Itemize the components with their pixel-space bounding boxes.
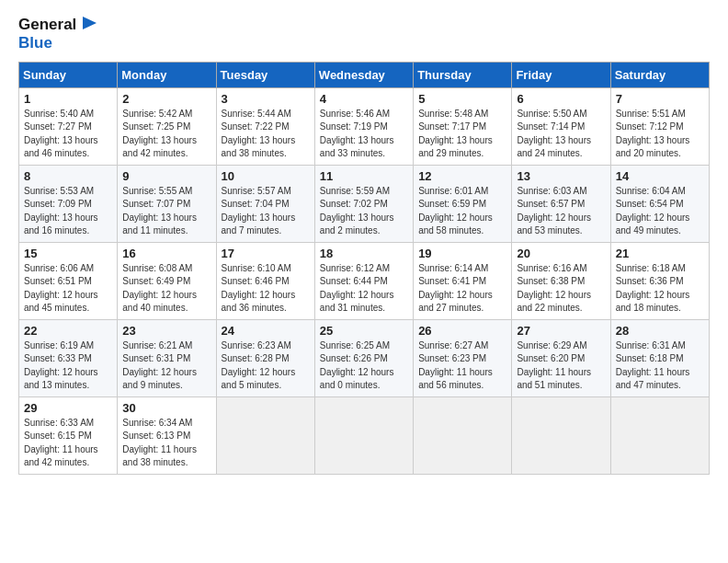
page: General Blue SundayMondayTuesdayWednesda… (0, 0, 728, 484)
day-info: Sunrise: 6:18 AMSunset: 6:36 PMDaylight:… (616, 262, 704, 316)
day-number: 30 (122, 401, 210, 415)
header-row: SundayMondayTuesdayWednesdayThursdayFrid… (19, 62, 710, 87)
day-info: Sunrise: 6:31 AMSunset: 6:18 PMDaylight:… (616, 339, 704, 393)
calendar-cell: 28Sunrise: 6:31 AMSunset: 6:18 PMDayligh… (610, 319, 709, 396)
calendar-cell: 4Sunrise: 5:46 AMSunset: 7:19 PMDaylight… (314, 87, 413, 165)
col-header-saturday: Saturday (610, 62, 709, 87)
logo: General Blue (18, 15, 98, 52)
day-info: Sunrise: 6:03 AMSunset: 6:57 PMDaylight:… (517, 185, 605, 238)
day-info: Sunrise: 6:33 AMSunset: 6:15 PMDaylight:… (24, 417, 112, 470)
col-header-tuesday: Tuesday (216, 62, 314, 87)
day-number: 1 (24, 92, 112, 106)
day-number: 10 (222, 169, 310, 183)
day-number: 19 (418, 247, 506, 260)
calendar-cell: 6Sunrise: 5:50 AMSunset: 7:14 PMDaylight… (512, 87, 610, 165)
calendar-cell: 1Sunrise: 5:40 AMSunset: 7:27 PMDaylight… (19, 87, 118, 165)
day-number: 4 (320, 92, 408, 106)
day-number: 13 (517, 169, 605, 183)
day-info: Sunrise: 5:53 AMSunset: 7:09 PMDaylight:… (24, 185, 112, 238)
day-info: Sunrise: 6:29 AMSunset: 6:20 PMDaylight:… (517, 339, 605, 393)
day-info: Sunrise: 6:14 AMSunset: 6:41 PMDaylight:… (418, 262, 506, 316)
calendar-cell: 17Sunrise: 6:10 AMSunset: 6:46 PMDayligh… (216, 242, 314, 319)
day-number: 27 (517, 324, 605, 338)
calendar-cell: 16Sunrise: 6:08 AMSunset: 6:49 PMDayligh… (118, 242, 216, 319)
calendar-cell: 11Sunrise: 5:59 AMSunset: 7:02 PMDayligh… (314, 165, 413, 242)
day-info: Sunrise: 6:21 AMSunset: 6:31 PMDaylight:… (122, 339, 210, 393)
calendar-cell: 18Sunrise: 6:12 AMSunset: 6:44 PMDayligh… (314, 242, 413, 319)
day-number: 3 (222, 92, 310, 106)
day-number: 24 (222, 324, 310, 338)
day-number: 15 (24, 247, 112, 260)
day-number: 5 (418, 92, 506, 106)
calendar-cell: 20Sunrise: 6:16 AMSunset: 6:38 PMDayligh… (512, 242, 610, 319)
day-number: 2 (122, 92, 210, 106)
calendar-cell: 7Sunrise: 5:51 AMSunset: 7:12 PMDaylight… (610, 87, 709, 165)
week-row-4: 22Sunrise: 6:19 AMSunset: 6:33 PMDayligh… (19, 319, 710, 396)
day-info: Sunrise: 5:59 AMSunset: 7:02 PMDaylight:… (320, 185, 408, 238)
day-number: 16 (122, 247, 210, 260)
day-info: Sunrise: 6:08 AMSunset: 6:49 PMDaylight:… (122, 262, 210, 316)
col-header-friday: Friday (512, 62, 610, 87)
col-header-wednesday: Wednesday (314, 62, 413, 87)
calendar-cell: 30Sunrise: 6:34 AMSunset: 6:13 PMDayligh… (118, 396, 216, 474)
day-number: 7 (616, 92, 704, 106)
day-number: 17 (222, 247, 310, 260)
col-header-thursday: Thursday (414, 62, 512, 87)
logo-general: General (18, 15, 98, 35)
calendar-cell: 21Sunrise: 6:18 AMSunset: 6:36 PMDayligh… (610, 242, 709, 319)
svg-marker-0 (83, 17, 97, 29)
week-row-3: 15Sunrise: 6:06 AMSunset: 6:51 PMDayligh… (19, 242, 710, 319)
calendar-cell: 12Sunrise: 6:01 AMSunset: 6:59 PMDayligh… (414, 165, 512, 242)
calendar-cell (610, 396, 709, 474)
day-info: Sunrise: 6:01 AMSunset: 6:59 PMDaylight:… (418, 185, 506, 238)
calendar-table: SundayMondayTuesdayWednesdayThursdayFrid… (18, 62, 710, 475)
day-info: Sunrise: 6:25 AMSunset: 6:26 PMDaylight:… (320, 339, 408, 393)
day-number: 9 (122, 169, 210, 183)
logo-flag-icon (78, 15, 98, 35)
day-info: Sunrise: 5:48 AMSunset: 7:17 PMDaylight:… (418, 108, 506, 161)
calendar-cell (414, 396, 512, 474)
calendar-cell: 13Sunrise: 6:03 AMSunset: 6:57 PMDayligh… (512, 165, 610, 242)
day-info: Sunrise: 6:16 AMSunset: 6:38 PMDaylight:… (517, 262, 605, 316)
day-number: 12 (418, 169, 506, 183)
calendar-cell (512, 396, 610, 474)
calendar-cell: 9Sunrise: 5:55 AMSunset: 7:07 PMDaylight… (118, 165, 216, 242)
calendar-cell: 25Sunrise: 6:25 AMSunset: 6:26 PMDayligh… (314, 319, 413, 396)
day-number: 21 (616, 247, 704, 260)
day-info: Sunrise: 6:06 AMSunset: 6:51 PMDaylight:… (24, 262, 112, 316)
day-info: Sunrise: 5:42 AMSunset: 7:25 PMDaylight:… (122, 108, 210, 161)
col-header-sunday: Sunday (19, 62, 118, 87)
day-info: Sunrise: 5:46 AMSunset: 7:19 PMDaylight:… (320, 108, 408, 161)
calendar-cell: 14Sunrise: 6:04 AMSunset: 6:54 PMDayligh… (610, 165, 709, 242)
calendar-cell: 29Sunrise: 6:33 AMSunset: 6:15 PMDayligh… (19, 396, 118, 474)
day-info: Sunrise: 6:23 AMSunset: 6:28 PMDaylight:… (222, 339, 310, 393)
calendar-cell: 24Sunrise: 6:23 AMSunset: 6:28 PMDayligh… (216, 319, 314, 396)
calendar-cell: 8Sunrise: 5:53 AMSunset: 7:09 PMDaylight… (19, 165, 118, 242)
day-info: Sunrise: 5:55 AMSunset: 7:07 PMDaylight:… (122, 185, 210, 238)
day-info: Sunrise: 6:27 AMSunset: 6:23 PMDaylight:… (418, 339, 506, 393)
calendar-cell: 23Sunrise: 6:21 AMSunset: 6:31 PMDayligh… (118, 319, 216, 396)
calendar-cell: 27Sunrise: 6:29 AMSunset: 6:20 PMDayligh… (512, 319, 610, 396)
day-number: 25 (320, 324, 408, 338)
day-info: Sunrise: 5:44 AMSunset: 7:22 PMDaylight:… (222, 108, 310, 161)
calendar-cell (314, 396, 413, 474)
calendar-cell (216, 396, 314, 474)
day-number: 26 (418, 324, 506, 338)
day-number: 11 (320, 169, 408, 183)
calendar-cell: 5Sunrise: 5:48 AMSunset: 7:17 PMDaylight… (414, 87, 512, 165)
day-number: 18 (320, 247, 408, 260)
day-info: Sunrise: 6:34 AMSunset: 6:13 PMDaylight:… (122, 417, 210, 470)
logo-container: General Blue (18, 15, 98, 52)
col-header-monday: Monday (118, 62, 216, 87)
day-info: Sunrise: 5:57 AMSunset: 7:04 PMDaylight:… (222, 185, 310, 238)
calendar-cell: 22Sunrise: 6:19 AMSunset: 6:33 PMDayligh… (19, 319, 118, 396)
day-info: Sunrise: 6:19 AMSunset: 6:33 PMDaylight:… (24, 339, 112, 393)
week-row-2: 8Sunrise: 5:53 AMSunset: 7:09 PMDaylight… (19, 165, 710, 242)
calendar-cell: 26Sunrise: 6:27 AMSunset: 6:23 PMDayligh… (414, 319, 512, 396)
week-row-5: 29Sunrise: 6:33 AMSunset: 6:15 PMDayligh… (19, 396, 710, 474)
day-number: 22 (24, 324, 112, 338)
week-row-1: 1Sunrise: 5:40 AMSunset: 7:27 PMDaylight… (19, 87, 710, 165)
day-info: Sunrise: 5:50 AMSunset: 7:14 PMDaylight:… (517, 108, 605, 161)
calendar-cell: 19Sunrise: 6:14 AMSunset: 6:41 PMDayligh… (414, 242, 512, 319)
day-number: 6 (517, 92, 605, 106)
